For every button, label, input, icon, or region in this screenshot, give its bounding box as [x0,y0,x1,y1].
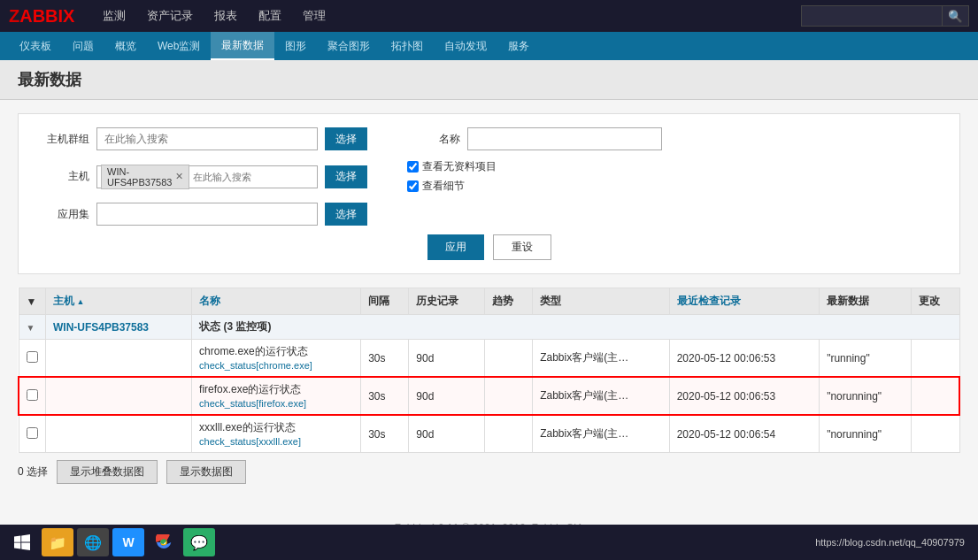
action-row: 应用 重设 [36,234,942,260]
nav-admin[interactable]: 管理 [292,0,336,32]
table-header-row: ▼ 主机 名称 间隔 历史记录 趋势 类型 最近检查记录 最新数据 更改 [19,288,959,315]
search-button[interactable]: 🔍 [943,5,969,27]
row-lastcheck-3: 2020-05-12 00:06:54 [669,415,820,453]
row-checkbox-cell-1 [19,340,46,378]
taskbar-files[interactable]: 📁 [42,528,73,552]
main-content: 主机群组 选择 名称 主机 WIN-UFS4PB37583 ✕ [0,100,978,504]
data-table: ▼ 主机 名称 间隔 历史记录 趋势 类型 最近检查记录 最新数据 更改 ▼ [18,288,960,453]
filter-row-1: 主机群组 选择 名称 [36,127,942,150]
show-no-data-label[interactable]: 查看无资料项目 [407,159,497,174]
taskbar-windows[interactable] [6,528,38,552]
host-name: WIN-UFS4PB37583 [46,315,192,340]
taskbar-url: https://blog.csdn.net/qq_40907979 [815,537,974,548]
subnav-discovery[interactable]: 自动发现 [434,32,497,60]
expand-icon[interactable]: ▼ [27,323,35,333]
row-history-2: 90d [409,377,485,415]
row-latest-1: "running" [820,340,912,378]
row-history-3: 90d [409,415,485,453]
logo[interactable]: ZABBIX [9,6,74,27]
subnav-dashboard[interactable]: 仪表板 [9,32,62,60]
app-input[interactable] [96,203,318,226]
th-interval: 间隔 [361,288,409,315]
th-name[interactable]: 名称 [192,288,361,315]
taskbar-browser[interactable]: 🌐 [77,528,109,552]
app-select-btn[interactable]: 选择 [325,203,367,226]
subnav-web[interactable]: Web监测 [147,32,211,60]
subnav-services[interactable]: 服务 [497,32,540,60]
row-interval-1: 30s [361,340,409,378]
th-host[interactable]: 主机 [46,288,192,315]
show-detail-label[interactable]: 查看细节 [407,179,497,194]
filter-row-2: 主机 WIN-UFS4PB37583 ✕ 选择 查看无资料项目 查看 [36,159,942,194]
item-link-3[interactable]: check_status[xxxlll.exe] [199,436,301,447]
row-interval-3: 30s [361,415,409,453]
row-checkbox-3[interactable] [27,427,38,439]
row-change-3 [912,415,959,453]
row-type-1: Zabbix客户端(主… [533,340,669,378]
row-checkbox-cell-2 [19,377,46,415]
bottom-bar: 0 选择 显示堆叠数据图 显示数据图 [18,453,960,491]
show-stacked-btn[interactable]: 显示堆叠数据图 [57,460,158,484]
host-select-btn[interactable]: 选择 [325,165,367,188]
taskbar-chrome[interactable] [148,528,180,552]
subnav-graphs[interactable]: 图形 [274,32,317,60]
host-search[interactable] [193,172,315,182]
row-type-3: Zabbix客户端(主… [533,415,669,453]
subnav-screens[interactable]: 聚合图形 [317,32,381,60]
subnav-latest-data[interactable]: 最新数据 [211,32,274,60]
apply-button[interactable]: 应用 [427,234,484,260]
nav-monitor[interactable]: 监测 [92,0,136,32]
row-interval-2: 30s [361,377,409,415]
show-graph-btn[interactable]: 显示数据图 [166,460,246,484]
row-host-3 [46,415,192,453]
taskbar-wechat[interactable]: 💬 [183,528,215,552]
th-type: 类型 [533,288,669,315]
show-no-data-checkbox[interactable] [407,161,419,173]
subnav-problems[interactable]: 问题 [62,32,104,60]
host-tag-input: WIN-UFS4PB37583 ✕ [96,165,318,188]
taskbar: 📁 🌐 W 💬 https://blog.csdn.net/qq_4090797… [0,525,978,552]
item-name-1: chrome.exe的运行状态 [199,344,353,359]
top-nav-items: 监测 资产记录 报表 配置 管理 [92,0,336,32]
subnav-maps[interactable]: 拓扑图 [381,32,434,60]
row-latest-2: "norunning" [820,377,912,415]
row-history-1: 90d [409,340,485,378]
row-name-3: xxxlll.exe的运行状态 check_status[xxxlll.exe] [192,415,361,453]
expand-all-icon[interactable]: ▼ [27,295,37,308]
show-detail-checkbox[interactable] [407,180,419,192]
row-trend-3 [485,415,533,453]
subnav-overview[interactable]: 概览 [104,32,147,60]
th-trend: 趋势 [485,288,533,315]
row-trend-2 [485,377,533,415]
table-row: chrome.exe的运行状态 check_status[chrome.exe]… [19,340,959,378]
row-change-1 [912,340,959,378]
host-tag: WIN-UFS4PB37583 ✕ [101,165,189,189]
name-input[interactable] [467,127,662,150]
page-header: 最新数据 [0,60,978,100]
row-checkbox-1[interactable] [27,351,38,363]
reset-button[interactable]: 重设 [493,234,551,260]
table-row-highlighted: firefox.exe的运行状态 check_status[firefox.ex… [19,377,959,415]
row-type-2: Zabbix客户端(主… [533,377,669,415]
th-latest: 最新数据 [820,288,912,315]
row-checkbox-2[interactable] [27,389,38,401]
host-group-input[interactable] [96,127,318,150]
nav-reports[interactable]: 报表 [204,0,248,32]
row-name-1: chrome.exe的运行状态 check_status[chrome.exe] [192,340,361,378]
top-navigation: ZABBIX 监测 资产记录 报表 配置 管理 🔍 [0,0,978,32]
th-change: 更改 [912,288,959,315]
th-history: 历史记录 [409,288,485,315]
filter-row-3: 应用集 选择 [36,203,942,226]
th-lastcheck[interactable]: 最近检查记录 [669,288,820,315]
row-host-1 [46,340,192,378]
host-group-select-btn[interactable]: 选择 [325,127,367,150]
nav-config[interactable]: 配置 [248,0,292,32]
item-link-2[interactable]: check_status[firefox.exe] [199,398,306,409]
host-expand[interactable]: ▼ [19,315,46,340]
nav-assets[interactable]: 资产记录 [136,0,204,32]
taskbar-app1[interactable]: W [112,528,144,552]
search-input[interactable] [801,5,943,27]
item-link-1[interactable]: check_status[chrome.exe] [199,360,312,371]
host-status: 状态 (3 监控项) [192,315,959,340]
host-tag-close[interactable]: ✕ [175,171,183,182]
